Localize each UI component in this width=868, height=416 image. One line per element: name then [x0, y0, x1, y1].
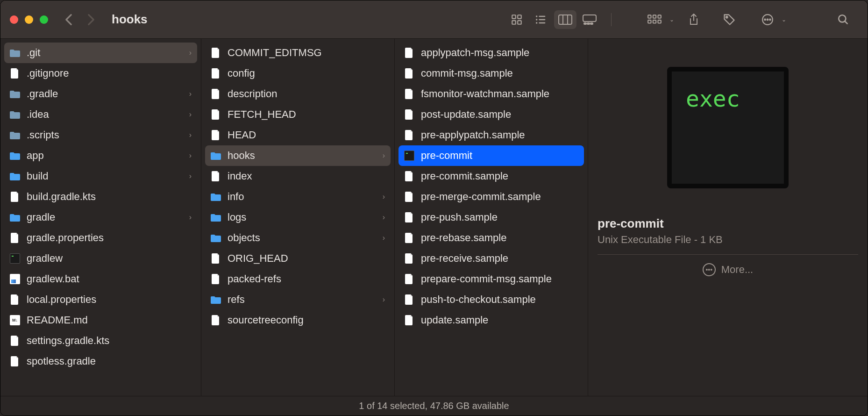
file-row[interactable]: commit-msg.sample	[398, 63, 584, 84]
file-name: COMMIT_EDITMSG	[228, 47, 385, 59]
file-row[interactable]: packed-refs	[205, 269, 391, 289]
file-name: update.sample	[421, 314, 578, 326]
more-button[interactable]: ••• More...	[703, 263, 753, 276]
file-icon	[10, 233, 20, 243]
file-icon	[404, 171, 414, 181]
file-row[interactable]: pre-commit	[398, 145, 584, 166]
toolbar-separator	[611, 13, 612, 26]
column-view-button[interactable]	[554, 10, 576, 29]
list-view-button[interactable]	[530, 10, 552, 29]
file-icon	[10, 336, 20, 346]
file-row[interactable]: .git›	[4, 43, 197, 63]
file-row[interactable]: update.sample	[398, 310, 584, 330]
svg-rect-2	[512, 21, 516, 24]
chevron-right-icon: ›	[383, 234, 385, 242]
back-button[interactable]	[63, 14, 74, 25]
file-row[interactable]: gradlew	[4, 248, 197, 269]
file-row[interactable]: index	[205, 166, 391, 186]
file-row[interactable]: sourcetreeconfig	[205, 310, 391, 330]
file-row[interactable]: local.properties	[4, 289, 197, 310]
file-row[interactable]: COMMIT_EDITMSG	[205, 43, 391, 63]
file-row[interactable]: fsmonitor-watchman.sample	[398, 84, 584, 104]
file-name: push-to-checkout.sample	[421, 294, 578, 306]
actions-button[interactable]: ⌄	[754, 10, 781, 29]
svg-rect-14	[584, 23, 586, 24]
exec-icon	[10, 253, 20, 264]
file-row[interactable]: pre-push.sample	[398, 207, 584, 228]
file-name: pre-receive.sample	[421, 252, 578, 265]
file-row[interactable]: gradlew.bat	[4, 269, 197, 289]
gallery-view-button[interactable]	[578, 10, 601, 29]
search-button[interactable]	[833, 10, 854, 29]
file-name: description	[228, 88, 385, 100]
file-row[interactable]: description	[205, 84, 391, 104]
file-row[interactable]: ORIG_HEAD	[205, 248, 391, 269]
file-name: ORIG_HEAD	[228, 252, 385, 265]
close-window-button[interactable]	[10, 15, 18, 24]
forward-button[interactable]	[85, 14, 97, 25]
svg-rect-13	[583, 15, 596, 22]
content-area: .git›.gitignore.gradle›.idea›.scripts›ap…	[0, 39, 868, 396]
file-row[interactable]: gradle›	[4, 207, 197, 228]
file-name: refs	[228, 294, 376, 306]
folder-icon	[10, 89, 20, 99]
file-name: gradlew.bat	[27, 273, 192, 285]
file-row[interactable]: spotless.gradle	[4, 351, 197, 372]
tags-button[interactable]	[719, 10, 740, 29]
column-2[interactable]: COMMIT_EDITMSGconfigdescriptionFETCH_HEA…	[201, 39, 395, 396]
file-icon	[404, 274, 414, 284]
file-row[interactable]: prepare-commit-msg.sample	[398, 269, 584, 289]
file-row[interactable]: app›	[4, 145, 197, 166]
group-by-button[interactable]: ⌄	[640, 10, 669, 29]
svg-rect-9	[539, 22, 545, 23]
file-icon	[211, 89, 221, 99]
file-row[interactable]: gradle.properties	[4, 228, 197, 248]
column-1[interactable]: .git›.gitignore.gradle›.idea›.scripts›ap…	[0, 39, 201, 396]
chevron-down-icon: ⌄	[782, 16, 786, 23]
file-row[interactable]: .scripts›	[4, 125, 197, 145]
file-row[interactable]: post-update.sample	[398, 104, 584, 125]
file-row[interactable]: refs›	[205, 289, 391, 310]
file-row[interactable]: push-to-checkout.sample	[398, 289, 584, 310]
file-row[interactable]: build›	[4, 166, 197, 186]
file-row[interactable]: pre-applypatch.sample	[398, 125, 584, 145]
file-row[interactable]: pre-rebase.sample	[398, 228, 584, 248]
file-row[interactable]: build.gradle.kts	[4, 186, 197, 207]
file-row[interactable]: FETCH_HEAD	[205, 104, 391, 125]
file-name: settings.gradle.kts	[27, 335, 192, 347]
file-icon	[404, 192, 414, 202]
column-3[interactable]: applypatch-msg.samplecommit-msg.samplefs…	[395, 39, 588, 396]
minimize-window-button[interactable]	[25, 15, 33, 24]
file-row[interactable]: .gradle›	[4, 84, 197, 104]
file-row[interactable]: settings.gradle.kts	[4, 330, 197, 351]
icon-view-button[interactable]	[505, 10, 528, 29]
svg-point-4	[536, 15, 538, 17]
file-row[interactable]: config	[205, 63, 391, 84]
file-row[interactable]: pre-receive.sample	[398, 248, 584, 269]
file-name: .git	[27, 47, 183, 59]
file-row[interactable]: pre-commit.sample	[398, 166, 584, 186]
file-icon	[211, 171, 221, 181]
folder-icon	[10, 171, 20, 181]
folder-icon	[211, 151, 221, 161]
file-row[interactable]: .gitignore	[4, 63, 197, 84]
folder-icon	[211, 192, 221, 202]
file-row[interactable]: info›	[205, 186, 391, 207]
file-row[interactable]: logs›	[205, 207, 391, 228]
file-row[interactable]: M↓README.md	[4, 310, 197, 330]
file-row[interactable]: hooks›	[205, 145, 391, 166]
file-row[interactable]: pre-merge-commit.sample	[398, 186, 584, 207]
file-name: index	[228, 170, 385, 182]
file-row[interactable]: applypatch-msg.sample	[398, 43, 584, 63]
file-row[interactable]: HEAD	[205, 125, 391, 145]
fullscreen-window-button[interactable]	[40, 15, 48, 24]
chevron-right-icon: ›	[383, 295, 385, 304]
file-row[interactable]: .idea›	[4, 104, 197, 125]
svg-point-26	[767, 19, 768, 20]
preview-thumbnail[interactable]: exec	[667, 67, 789, 188]
file-row[interactable]: objects›	[205, 228, 391, 248]
svg-point-25	[764, 19, 766, 20]
share-button[interactable]	[683, 10, 704, 29]
chevron-right-icon: ›	[383, 151, 385, 160]
exec-icon	[404, 151, 414, 161]
